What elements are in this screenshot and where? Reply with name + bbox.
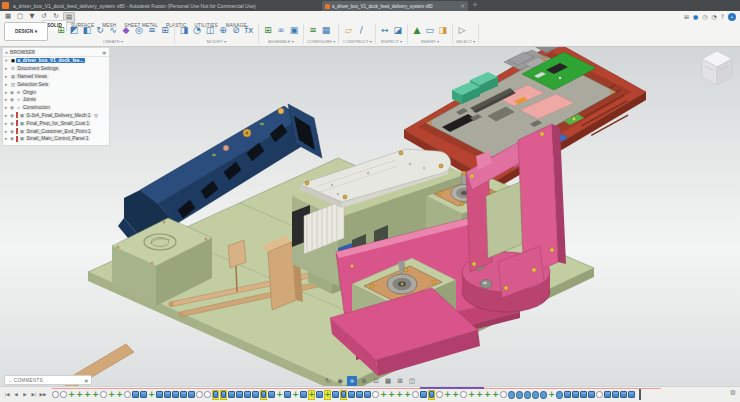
combine-icon[interactable]: ⊕ [217,24,229,37]
press-pull-icon[interactable]: ◨ [178,24,190,37]
timeline-feature-57[interactable] [500,390,507,400]
browser-item-final-prep-for-small-cust-1[interactable]: ▸◉▣Final_Prep_for_Small_Cust:1 [3,119,109,127]
timeline-feature-2[interactable] [60,390,67,400]
timeline-feature-71[interactable] [612,390,619,400]
timeline-feature-62[interactable] [540,390,547,400]
timeline-feature-8[interactable]: + [108,390,115,400]
timeline-feature-64[interactable] [556,390,563,400]
browser-item-small-main-control-panel-1[interactable]: ▸◉▣Small_Main_Control_Panel:1 [3,135,109,143]
browser-item-s-3x4-final-delivery-mech-1[interactable]: ▸◉▣S-3x4_Final_Delivery_Mech:1◍ [3,112,109,120]
timeline-feature-11[interactable] [132,390,139,400]
browser-item-small-customer-end-point-1[interactable]: ▸◉▣Small_Customer_End_Point:1 [3,127,109,135]
notifications-icon[interactable]: ◔ [712,13,717,21]
timeline-feature-45[interactable]: + [404,390,411,400]
timeline-feature-50[interactable]: + [444,390,451,400]
browser-root-item[interactable]: ▾▣a_driver_box_V1_dock_fee... [3,57,109,65]
hole-icon[interactable]: ◎ [133,24,145,37]
select-icon[interactable]: ▷ [456,24,468,37]
timeline-feature-34[interactable] [316,390,323,400]
decal-icon[interactable]: ◨ [437,24,449,37]
rigid-group-icon[interactable]: ▣ [288,24,300,37]
timeline-feature-56[interactable]: + [492,390,499,400]
go-to-end-icon[interactable]: ▶▶ [39,389,47,401]
display-settings-icon[interactable]: ▦ [383,376,393,386]
assemble-component-icon[interactable]: ⊞ [262,24,274,37]
pattern-icon[interactable]: ⊞ [159,24,171,37]
timeline-feature-66[interactable] [572,390,579,400]
configuration-icon[interactable]: ≡ [307,24,319,37]
timeline-feature-21[interactable] [212,390,219,400]
new-design-icon[interactable]: ▢ [15,12,25,21]
pan-icon[interactable]: + [347,376,357,386]
grid-snaps-icon[interactable]: ⊞ [395,376,405,386]
timeline-feature-65[interactable] [564,390,571,400]
timeline-feature-42[interactable]: + [380,390,387,400]
timeline-feature-32[interactable] [300,390,307,400]
timeline-feature-33[interactable]: + [308,390,315,400]
split-icon[interactable]: ⊘ [230,24,242,37]
timeline-feature-17[interactable] [180,390,187,400]
timeline-feature-14[interactable] [156,390,163,400]
browser-item-construction[interactable]: ▸◉▱Construction [3,104,109,112]
timeline-feature-20[interactable] [204,390,211,400]
browser-item-selection-sets[interactable]: ▸▧Selection Sets [3,80,109,88]
insert-mesh-icon[interactable]: ▲ [411,24,423,37]
knob[interactable] [223,145,229,151]
timeline-feature-46[interactable] [412,390,419,400]
timeline-feature-19[interactable] [196,390,203,400]
timeline-feature-30[interactable] [284,390,291,400]
timeline-feature-25[interactable] [244,390,251,400]
timeline-feature-12[interactable] [140,390,147,400]
help-icon[interactable]: ? [721,13,724,21]
zoom-icon[interactable]: ⊕ [359,376,369,386]
timeline-feature-38[interactable] [348,390,355,400]
extrude-icon[interactable]: ◧ [81,24,93,37]
fit-icon[interactable]: ⊡ [371,376,381,386]
timeline-feature-10[interactable] [124,390,131,400]
profile-avatar[interactable]: • [728,13,736,21]
timeline-feature-49[interactable] [436,390,443,400]
sketch-icon[interactable]: ◩ [68,24,80,37]
timeline-feature-59[interactable] [516,390,523,400]
timeline-feature-61[interactable] [532,390,539,400]
timeline-feature-73[interactable] [628,390,635,400]
browser-header[interactable]: ◂ BROWSER ● [3,48,109,57]
timeline-feature-39[interactable] [356,390,363,400]
model-canvas[interactable] [0,47,740,387]
form-icon[interactable]: ◆ [120,24,132,37]
workspace-selector[interactable]: DESIGN ▾ [4,22,48,41]
viewport-canvas[interactable] [0,47,740,387]
view-cube[interactable] [702,51,732,85]
close-tab-icon[interactable]: × [460,3,465,9]
browser-item-joints[interactable]: ▸◉∞Joints [3,96,109,104]
timeline-feature-72[interactable] [620,390,627,400]
shell-icon[interactable]: ◫ [204,24,216,37]
look-at-icon[interactable]: ◉ [335,376,345,386]
timeline-feature-16[interactable] [172,390,179,400]
timeline-feature-5[interactable]: + [84,390,91,400]
knob[interactable] [278,108,284,114]
joint-icon[interactable]: ∞ [275,24,287,37]
thread-icon[interactable]: ≡ [146,24,158,37]
timeline-feature-54[interactable]: + [476,390,483,400]
timeline-feature-47[interactable] [420,390,427,400]
revolve-icon[interactable]: ↻ [94,24,106,37]
timeline-feature-40[interactable] [364,390,371,400]
timeline-feature-6[interactable]: + [92,390,99,400]
timeline-feature-13[interactable]: + [148,390,155,400]
timeline-feature-35[interactable]: + [324,390,331,400]
timeline-feature-28[interactable] [268,390,275,400]
go-to-start-icon[interactable]: |◀ [3,389,11,401]
browser-item-document-settings[interactable]: ▸⚙Document Settings [3,65,109,73]
timeline-feature-24[interactable] [236,390,243,400]
timeline-feature-3[interactable]: + [68,390,75,400]
timeline-settings-icon[interactable]: ⚙ [730,389,736,397]
canvas-icon[interactable]: ▭ [424,24,436,37]
plane-icon[interactable]: ▱ [342,24,354,37]
parameters-icon[interactable]: fx [243,24,255,37]
viewports-icon[interactable]: ◫ [407,376,417,386]
timeline-feature-51[interactable]: + [452,390,459,400]
timeline-playhead[interactable] [639,389,641,400]
play-icon[interactable]: ▶ [21,389,29,401]
timeline-feature-37[interactable] [340,390,347,400]
